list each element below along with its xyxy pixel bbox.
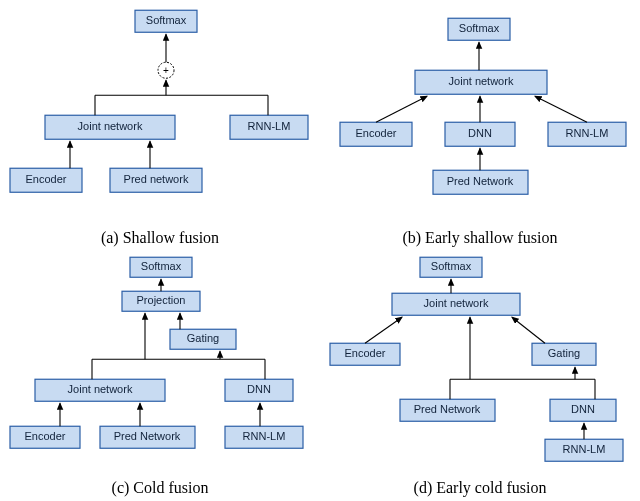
label-softmax: Softmax [146,14,187,26]
label-pred: Pred Network [414,403,481,415]
label-softmax: Softmax [141,260,182,272]
label-rnnlm: RNN-LM [563,443,606,455]
label-gating: Gating [548,347,580,359]
label-rnnlm: RNN-LM [243,430,286,442]
label-encoder: Encoder [25,430,66,442]
label-joint: Joint network [68,383,133,395]
diagram-grid: Softmax + Joint network RNN-LM Encoder P… [0,0,640,501]
arrow-gating-joint [512,317,545,343]
arrow-rnnlm-joint [535,96,587,122]
label-softmax: Softmax [459,22,500,34]
label-dnn: DNN [571,403,595,415]
label-joint: Joint network [449,75,514,87]
caption-d: (d) Early cold fusion [320,479,640,497]
label-pred: Pred network [124,173,189,185]
caption-b: (b) Early shallow fusion [320,229,640,247]
label-gating: Gating [187,332,219,344]
label-joint: Joint network [424,297,489,309]
label-rnnlm: RNN-LM [248,120,291,132]
caption-a: (a) Shallow fusion [0,229,320,247]
panel-c: Softmax Projection Gating Joint network … [0,251,320,502]
plus-label: + [163,65,169,76]
panel-a: Softmax + Joint network RNN-LM Encoder P… [0,0,320,251]
panel-b: Softmax Joint network Encoder DNN RNN-LM… [320,0,640,251]
label-softmax: Softmax [431,260,472,272]
label-dnn: DNN [247,383,271,395]
label-projection: Projection [137,294,186,306]
label-pred: Pred Network [114,430,181,442]
arrow-enc-joint [365,317,402,343]
arrow-enc-joint [376,96,427,122]
label-encoder: Encoder [345,347,386,359]
label-joint: Joint network [78,120,143,132]
label-encoder: Encoder [26,173,67,185]
label-rnnlm: RNN-LM [566,127,609,139]
panel-d: Softmax Joint network Encoder Gating Pre… [320,251,640,502]
label-pred: Pred Network [447,175,514,187]
label-encoder: Encoder [356,127,397,139]
label-dnn: DNN [468,127,492,139]
caption-c: (c) Cold fusion [0,479,320,497]
